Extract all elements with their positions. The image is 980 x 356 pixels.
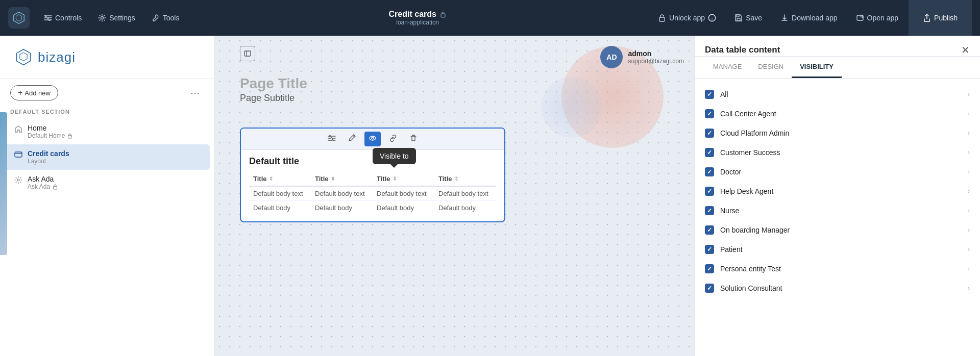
- svg-rect-16: [68, 136, 72, 139]
- visibility-checkbox[interactable]: [705, 90, 714, 99]
- visibility-checkbox[interactable]: [705, 109, 714, 118]
- canvas-collapse-button[interactable]: [240, 46, 255, 61]
- svg-point-18: [17, 179, 19, 181]
- open-app-button[interactable]: Open app: [848, 10, 907, 26]
- table-tool-edit[interactable]: [344, 132, 360, 146]
- panel-close-button[interactable]: ✕: [961, 44, 970, 56]
- panel-body: All › Call Center Agent › Cloud Platform…: [695, 79, 980, 356]
- visibility-item[interactable]: Patient ›: [695, 240, 980, 259]
- top-navigation: Controls Settings Tools Credit cards loa…: [0, 0, 980, 36]
- sidebar-item-home[interactable]: Home Default Home: [4, 119, 210, 144]
- home-icon: [14, 125, 22, 135]
- settings-button[interactable]: Settings: [92, 11, 141, 25]
- chevron-down-icon: ›: [968, 110, 970, 117]
- publish-button[interactable]: Publish: [909, 0, 972, 36]
- visibility-checkbox[interactable]: [705, 187, 714, 196]
- sidebar-item-name-home: Home: [28, 124, 73, 132]
- tools-button[interactable]: Tools: [145, 11, 186, 25]
- visibility-checkbox[interactable]: [705, 148, 714, 157]
- visibility-checkbox[interactable]: [705, 225, 714, 235]
- page-title: Page Title: [240, 77, 307, 91]
- table-tool-visibility[interactable]: [364, 132, 381, 146]
- visibility-checkbox[interactable]: [705, 206, 714, 215]
- sidebar-item-sub-home: Default Home: [28, 132, 73, 139]
- brand-name: bizagi: [38, 49, 76, 65]
- decorative-blob-2: [541, 77, 602, 138]
- visibility-item[interactable]: Persona entity Test ›: [695, 259, 980, 278]
- save-button[interactable]: Save: [726, 10, 770, 26]
- controls-button[interactable]: Controls: [38, 11, 88, 25]
- table-cell: Default body text: [311, 186, 373, 201]
- sidebar-toolbar: + Add new ⋯: [0, 79, 214, 107]
- table-tool-delete[interactable]: [405, 132, 422, 146]
- lock-icon: [439, 11, 447, 18]
- visibility-item[interactable]: Help Desk Agent ›: [695, 182, 980, 201]
- svg-point-3: [47, 17, 49, 19]
- chevron-down-icon: ›: [968, 207, 970, 214]
- data-table: Title⇕ Title⇕ Title⇕ Title⇕ Default body…: [249, 172, 496, 215]
- sidebar-item-name-cc: Credit cards: [28, 149, 69, 158]
- svg-point-5: [101, 17, 104, 19]
- gear-icon-sidebar: [14, 176, 22, 186]
- visibility-checkbox[interactable]: [705, 284, 714, 293]
- visibility-item[interactable]: Cloud Platform Admin ›: [695, 123, 980, 143]
- chevron-down-icon: ›: [968, 91, 970, 98]
- chevron-down-icon: ›: [968, 246, 970, 253]
- visibility-item[interactable]: On boarding Manager ›: [695, 220, 980, 240]
- download-app-button[interactable]: Download app: [772, 10, 846, 26]
- tab-manage[interactable]: MANAGE: [705, 57, 750, 78]
- nav-right: Unlock app i Save Download app Open app …: [650, 0, 972, 36]
- visibility-checkbox[interactable]: [705, 167, 714, 176]
- panel-tabs: MANAGE DESIGN VISIBILITY: [695, 57, 980, 79]
- sidebar-item-credit-cards[interactable]: Credit cards Layout: [4, 144, 210, 170]
- table-tool-link[interactable]: [385, 132, 401, 146]
- sidebar-item-ask-ada[interactable]: Ask Ada Ask Ada: [4, 170, 210, 195]
- svg-marker-1: [16, 15, 21, 21]
- visibility-item[interactable]: Call Center Agent ›: [695, 104, 980, 123]
- tab-design[interactable]: DESIGN: [750, 57, 792, 78]
- visibility-label: All: [720, 90, 728, 98]
- table-cell: Default body: [434, 201, 496, 215]
- visibility-label: Solution Consultant: [720, 284, 782, 292]
- visibility-label: Persona entity Test: [720, 265, 781, 273]
- tab-visibility[interactable]: VISIBILITY: [792, 57, 842, 78]
- logo-button[interactable]: [8, 7, 30, 29]
- svg-point-4: [49, 19, 51, 21]
- svg-rect-19: [54, 187, 57, 190]
- data-table-container: Default title Title⇕ Title⇕ Title⇕ Title…: [240, 128, 505, 222]
- visibility-checkbox[interactable]: [705, 245, 714, 254]
- table-tool-settings[interactable]: [324, 132, 340, 146]
- user-avatar: AD: [600, 46, 623, 68]
- app-name: Credit cards: [389, 10, 436, 19]
- svg-marker-0: [14, 12, 24, 23]
- unlock-app-button[interactable]: Unlock app i: [650, 10, 724, 26]
- svg-point-21: [329, 136, 331, 137]
- visibility-item[interactable]: All ›: [695, 85, 980, 104]
- visibility-item[interactable]: Nurse ›: [695, 201, 980, 220]
- sidebar-item-sub-cc: Layout: [28, 158, 69, 165]
- visibility-item[interactable]: Solution Consultant ›: [695, 278, 980, 298]
- visibility-checkbox[interactable]: [705, 129, 714, 138]
- chevron-down-icon: ›: [968, 265, 970, 272]
- visibility-item[interactable]: Customer Success ›: [695, 143, 980, 162]
- visibility-label: Nurse: [720, 207, 739, 215]
- visibility-checkbox[interactable]: [705, 264, 714, 273]
- panel-header: Data table content ✕: [695, 36, 980, 57]
- table-cell: Default body: [249, 201, 311, 215]
- sidebar-item-sub-ada: Ask Ada: [28, 183, 58, 190]
- lock-icon-sidebar: [67, 133, 73, 139]
- svg-text:i: i: [712, 16, 713, 21]
- chevron-down-icon: ›: [968, 226, 970, 234]
- page-subtitle: Page Subtitle: [240, 93, 307, 104]
- visibility-item[interactable]: Doctor ›: [695, 162, 980, 182]
- svg-rect-20: [244, 51, 251, 56]
- visibility-label: Cloud Platform Admin: [720, 129, 789, 137]
- add-new-button[interactable]: + Add new: [10, 85, 58, 100]
- svg-point-22: [331, 138, 332, 139]
- app-subtitle: loan-application: [396, 19, 439, 26]
- brand-logo-icon: [14, 48, 33, 66]
- credit-card-icon: [14, 150, 22, 160]
- svg-point-25: [372, 137, 374, 139]
- table-cell: Default body: [373, 201, 434, 215]
- sidebar-more-button[interactable]: ⋯: [186, 85, 204, 100]
